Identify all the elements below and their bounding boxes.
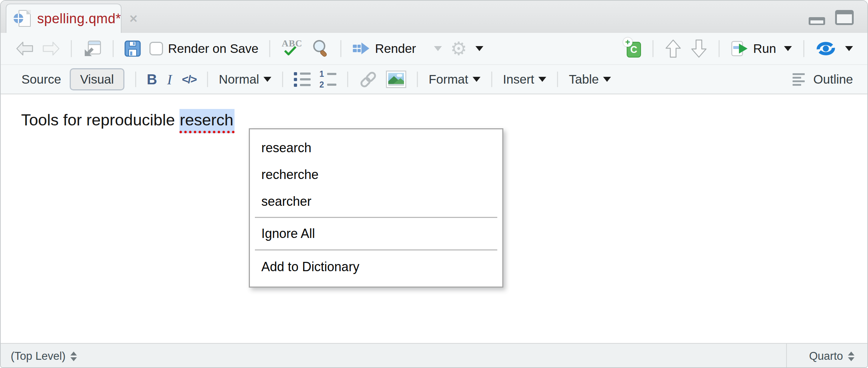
render-on-save-label: Render on Save bbox=[168, 41, 258, 56]
insert-menu[interactable]: Insert bbox=[503, 72, 547, 86]
editor-text-line[interactable]: Tools for reproducible reserch bbox=[21, 110, 235, 130]
render-icon bbox=[352, 41, 371, 56]
scope-selector[interactable]: (Top Level) bbox=[1, 350, 786, 363]
render-on-save-checkbox[interactable] bbox=[149, 42, 163, 55]
pane-controls bbox=[809, 10, 854, 25]
tab-filename: spelling.qmd* bbox=[37, 11, 121, 26]
add-to-dictionary-item[interactable]: Add to Dictionary bbox=[250, 250, 502, 283]
document-format-label: Quarto bbox=[809, 350, 843, 363]
table-menu[interactable]: Table bbox=[569, 72, 611, 86]
spellcheck-checkmark-icon bbox=[284, 46, 297, 55]
bullet-list-icon[interactable] bbox=[294, 72, 311, 87]
document-format-selector[interactable]: Quarto bbox=[786, 344, 867, 368]
code-button[interactable]: </> bbox=[182, 73, 196, 86]
run-button[interactable]: Run bbox=[731, 41, 792, 56]
insert-menu-caret-icon bbox=[538, 77, 546, 82]
tab-bar: spelling.qmd* ✕ bbox=[1, 1, 867, 33]
spelling-suggestion-item[interactable]: recherche bbox=[250, 161, 502, 188]
separator bbox=[491, 71, 492, 87]
rerun-options-caret-icon[interactable] bbox=[845, 46, 853, 51]
spelling-suggestion-item[interactable]: searcher bbox=[250, 188, 502, 215]
link-icon[interactable] bbox=[359, 71, 378, 88]
editor-toolbar: Render on Save ABC bbox=[1, 33, 867, 64]
separator bbox=[417, 71, 418, 87]
separator bbox=[282, 71, 283, 87]
separator bbox=[135, 71, 136, 87]
search-icon[interactable] bbox=[312, 39, 330, 58]
quarto-document-icon bbox=[14, 9, 31, 28]
separator bbox=[347, 71, 348, 87]
scope-updown-icon bbox=[70, 352, 77, 361]
show-in-new-window-icon[interactable] bbox=[83, 40, 102, 58]
format-updown-icon bbox=[848, 352, 854, 361]
text-before-selection: Tools for reproducible bbox=[21, 111, 179, 129]
separator bbox=[652, 40, 654, 57]
numbered-list-icon[interactable]: 1 2 bbox=[319, 70, 336, 89]
visual-editor-toolbar: Source Visual B I </> Normal 1 2 bbox=[1, 64, 867, 94]
format-menu[interactable]: Format bbox=[429, 72, 480, 86]
image-icon[interactable] bbox=[386, 71, 406, 88]
options-caret-icon[interactable] bbox=[475, 46, 483, 51]
separator bbox=[719, 40, 720, 57]
close-tab-icon[interactable]: ✕ bbox=[129, 13, 138, 25]
bold-button[interactable]: B bbox=[147, 71, 157, 88]
insert-chunk-icon[interactable]: C + bbox=[625, 40, 641, 58]
run-label: Run bbox=[753, 41, 776, 56]
render-button[interactable]: Render bbox=[352, 41, 416, 56]
separator bbox=[557, 71, 558, 87]
source-toggle[interactable]: Source bbox=[21, 72, 61, 86]
spellcheck-icon[interactable]: ABC bbox=[281, 38, 303, 59]
separator bbox=[340, 40, 341, 57]
outline-toggle[interactable]: Outline bbox=[793, 71, 853, 88]
separator bbox=[269, 40, 270, 57]
misspelled-word-selection[interactable]: reserch bbox=[179, 109, 235, 133]
save-icon[interactable] bbox=[124, 40, 141, 57]
separator bbox=[803, 40, 804, 57]
gear-icon[interactable]: ⚙ bbox=[450, 39, 467, 58]
render-options-caret-icon[interactable] bbox=[434, 46, 442, 51]
ignore-all-item[interactable]: Ignore All bbox=[250, 218, 502, 249]
visual-toggle[interactable]: Visual bbox=[70, 68, 124, 90]
italic-button[interactable]: I bbox=[166, 71, 173, 88]
paragraph-style-caret-icon bbox=[263, 77, 271, 82]
table-menu-caret-icon bbox=[603, 77, 611, 82]
previous-chunk-icon[interactable] bbox=[665, 39, 681, 58]
forward-icon[interactable] bbox=[42, 41, 60, 56]
rstudio-source-pane: spelling.qmd* ✕ bbox=[0, 0, 868, 368]
paragraph-style-dropdown[interactable]: Normal bbox=[219, 72, 271, 86]
outline-icon bbox=[793, 71, 805, 88]
scope-label: (Top Level) bbox=[11, 350, 65, 363]
separator bbox=[71, 40, 72, 57]
status-bar: (Top Level) Quarto bbox=[1, 343, 867, 368]
separator bbox=[113, 40, 114, 57]
run-icon bbox=[731, 41, 749, 56]
separator bbox=[207, 71, 208, 87]
render-label: Render bbox=[375, 41, 416, 56]
render-on-save-control: Render on Save bbox=[149, 41, 258, 56]
tab-spelling-qmd[interactable]: spelling.qmd* ✕ bbox=[6, 4, 122, 33]
next-chunk-icon[interactable] bbox=[691, 39, 707, 58]
back-icon[interactable] bbox=[16, 41, 34, 56]
maximize-pane-icon[interactable] bbox=[835, 10, 854, 25]
spelling-suggestion-item[interactable]: research bbox=[250, 134, 502, 161]
spellcheck-context-menu: research recherche searcher Ignore All A… bbox=[249, 128, 503, 288]
rerun-icon[interactable] bbox=[816, 40, 836, 57]
run-options-caret-icon[interactable] bbox=[784, 46, 792, 51]
visual-editor-canvas[interactable]: Tools for reproducible reserch research … bbox=[1, 94, 867, 343]
format-menu-caret-icon bbox=[473, 77, 480, 82]
minimize-pane-icon[interactable] bbox=[809, 17, 825, 25]
